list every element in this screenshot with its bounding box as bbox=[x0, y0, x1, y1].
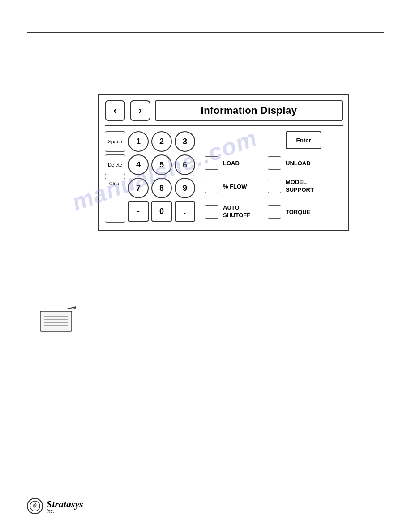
load-label: LOAD bbox=[223, 160, 259, 167]
key-5[interactable]: 5 bbox=[151, 154, 172, 175]
notebook-icon bbox=[36, 305, 81, 336]
auto-shutoff-row: AUTOSHUTOFF bbox=[205, 199, 259, 224]
flow-indicator[interactable] bbox=[205, 180, 218, 193]
key-dot[interactable]: . bbox=[175, 201, 195, 222]
torque-row: TORQUE bbox=[268, 199, 321, 224]
keypad-body: Space Delete Clear 1 2 3 4 5 6 7 8 9 - 0… bbox=[105, 131, 343, 224]
function-buttons: LOAD UNLOAD % FLOW MODELSUPPORT bbox=[205, 153, 321, 224]
key-8[interactable]: 8 bbox=[151, 178, 172, 198]
clear-key[interactable]: Clear bbox=[105, 178, 125, 223]
information-display: Information Display bbox=[155, 100, 343, 121]
unload-label: UNLOAD bbox=[286, 160, 321, 167]
unload-row: UNLOAD bbox=[268, 153, 321, 173]
notebook-icon-area bbox=[36, 305, 90, 340]
auto-shutoff-label: AUTOSHUTOFF bbox=[223, 204, 259, 219]
key-6[interactable]: 6 bbox=[175, 154, 195, 175]
key-4[interactable]: 4 bbox=[128, 154, 149, 175]
delete-key[interactable]: Delete bbox=[105, 154, 125, 175]
key-7[interactable]: 7 bbox=[128, 178, 149, 198]
key-3[interactable]: 3 bbox=[175, 131, 195, 152]
key-2[interactable]: 2 bbox=[151, 131, 172, 152]
bottom-logo: Stratasys inc. bbox=[27, 498, 83, 514]
model-support-indicator[interactable] bbox=[268, 180, 281, 193]
keypad-panel: ‹ › Information Display Space Delete Cle… bbox=[98, 94, 349, 231]
key-minus[interactable]: - bbox=[128, 201, 149, 222]
model-support-row: MODELSUPPORT bbox=[268, 176, 321, 197]
flow-label: % FLOW bbox=[223, 183, 259, 190]
load-indicator[interactable] bbox=[205, 156, 218, 170]
stratasys-spiral-icon bbox=[29, 500, 41, 512]
key-0[interactable]: 0 bbox=[151, 201, 172, 222]
torque-indicator[interactable] bbox=[268, 205, 281, 219]
digit-grid: 1 2 3 4 5 6 7 8 9 - 0 . bbox=[128, 131, 195, 224]
unload-indicator[interactable] bbox=[268, 156, 281, 170]
key-1[interactable]: 1 bbox=[128, 131, 149, 152]
logo-text-area: Stratasys inc. bbox=[47, 498, 83, 514]
top-navigation-row: ‹ › Information Display bbox=[105, 100, 343, 126]
right-panel: Enter LOAD UNLOAD % FLOW bbox=[205, 131, 321, 224]
svg-rect-0 bbox=[40, 311, 72, 331]
auto-shutoff-indicator[interactable] bbox=[205, 205, 218, 219]
label-column: Space Delete Clear bbox=[105, 131, 125, 224]
model-support-label: MODELSUPPORT bbox=[286, 179, 321, 194]
enter-button[interactable]: Enter bbox=[286, 131, 321, 149]
torque-label: TORQUE bbox=[286, 209, 321, 215]
left-keypad-section: Space Delete Clear 1 2 3 4 5 6 7 8 9 - 0… bbox=[105, 131, 195, 224]
nav-left-button[interactable]: ‹ bbox=[105, 100, 125, 121]
key-9[interactable]: 9 bbox=[175, 178, 195, 198]
enter-area: Enter bbox=[205, 131, 321, 149]
load-row: LOAD bbox=[205, 153, 259, 173]
logo-circle-icon bbox=[27, 498, 43, 514]
space-key[interactable]: Space bbox=[105, 131, 125, 152]
top-rule bbox=[27, 32, 384, 33]
flow-row: % FLOW bbox=[205, 176, 259, 197]
brand-subtext: inc. bbox=[47, 508, 83, 514]
nav-right-button[interactable]: › bbox=[130, 100, 150, 121]
